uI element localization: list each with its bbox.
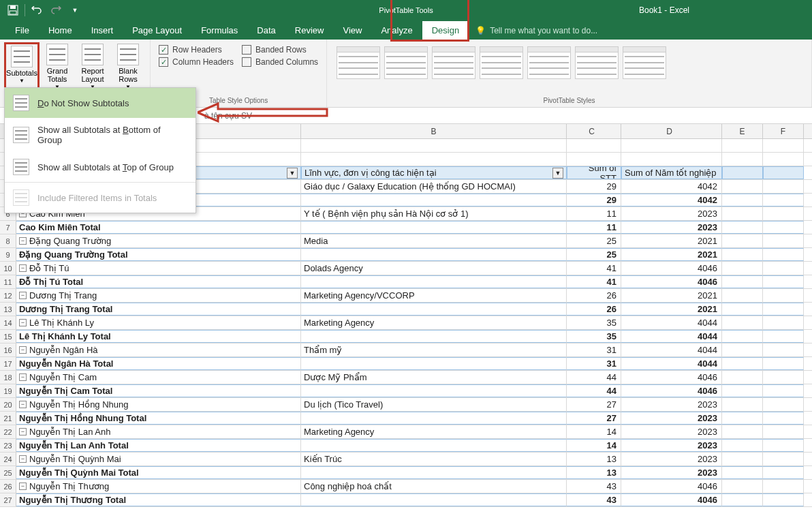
tell-me-search[interactable]: 💡Tell me what you want to do...: [469, 22, 604, 40]
style-thumb[interactable]: [575, 46, 619, 79]
cell-text: Nguyễn Ngân Hà Total: [19, 358, 113, 369]
table-row[interactable]: 17Nguyễn Ngân Hà Total314044: [0, 357, 812, 371]
save-icon[interactable]: [5, 3, 20, 18]
table-row[interactable]: 11Đỗ Thị Tú Total414046: [0, 275, 812, 289]
cell-text: Lê Thị Khánh Ly Total: [19, 331, 111, 341]
col-header-d[interactable]: D: [621, 124, 722, 138]
row-headers-label: Row Headers: [172, 45, 222, 55]
subtotals-label: Subtotals: [6, 69, 37, 77]
subtotal-option-icon: [13, 159, 29, 175]
table-row[interactable]: 16−Nguyễn Ngân HàThẩm mỹ314044: [0, 343, 812, 357]
table-row[interactable]: 15Lê Thị Khánh Ly Total354044: [0, 330, 812, 343]
collapse-icon[interactable]: −: [19, 483, 27, 490]
cell-text: Nguyễn Thị Quỳnh Mai Total: [19, 468, 139, 478]
row-headers-checkbox[interactable]: ✓Row Headers: [159, 45, 234, 55]
collapse-icon[interactable]: −: [19, 373, 27, 381]
collapse-icon[interactable]: −: [19, 237, 27, 245]
tab-insert[interactable]: Insert: [82, 21, 123, 40]
grand-totals-button[interactable]: Grand Totals▼: [40, 42, 75, 93]
cell-text: Đỗ Thị Tú: [29, 263, 69, 273]
style-thumb[interactable]: [480, 46, 523, 79]
svg-marker-3: [198, 104, 327, 121]
title-bar: ▼ PivotTable Tools Book1 - Excel: [0, 0, 812, 20]
table-row[interactable]: 24−Nguyễn Thị Quỳnh MaiKiến Trúc132023: [0, 453, 812, 466]
table-row[interactable]: 14−Lê Thị Khánh LyMarketing Agency354044: [0, 316, 812, 330]
table-row[interactable]: 18−Nguyễn Thị CamDược Mỹ Phẩm444046: [0, 371, 812, 384]
tab-view[interactable]: View: [333, 21, 371, 40]
table-row[interactable]: 13Dương Thị Trang Total262021: [0, 303, 812, 316]
table-row[interactable]: 27Nguyễn Thị Thương Total434046: [0, 493, 812, 507]
customize-qat-icon[interactable]: ▼: [67, 3, 82, 18]
table-row[interactable]: 9Đặng Quang Trường Total252021: [0, 248, 812, 262]
collapse-icon[interactable]: −: [19, 264, 27, 272]
table-row[interactable]: 8−Đặng Quang TrườngMedia252021: [0, 234, 812, 248]
table-row[interactable]: 7Cao Kim Miên Total112023: [0, 221, 812, 234]
collapse-icon[interactable]: −: [19, 319, 27, 326]
grand-totals-icon: [46, 44, 68, 65]
table-row[interactable]: 12−Dương Thị TrangMarketing Agency/VCCOR…: [0, 289, 812, 303]
subtotals-bottom-item[interactable]: Show all Subtotals at Bottom of Group: [5, 118, 196, 152]
do-not-show-subtotals-item[interactable]: Do Not Show Subtotals: [5, 88, 196, 118]
blank-rows-button[interactable]: Blank Rows▼: [110, 42, 146, 93]
redo-icon[interactable]: [48, 3, 63, 18]
table-row[interactable]: 10−Đỗ Thị TúDolads Agency414046: [0, 262, 812, 275]
collapse-icon[interactable]: −: [19, 428, 27, 435]
ribbon-tabs: File Home Insert Page Layout Formulas Da…: [0, 20, 812, 40]
style-thumb[interactable]: [337, 46, 380, 79]
tab-home[interactable]: Home: [39, 21, 82, 40]
document-title: Book1 - Excel: [639, 5, 689, 15]
column-headers-label: Column Headers: [172, 57, 234, 67]
blank-rows-icon: [117, 44, 139, 65]
style-thumb[interactable]: [432, 46, 475, 79]
col-header-f[interactable]: F: [763, 124, 804, 138]
svg-rect-2: [10, 11, 16, 14]
cell-text: Nguyễn Thị Hồng Nhung: [29, 399, 129, 410]
table-row[interactable]: 19Nguyễn Thị Cam Total444046: [0, 384, 812, 398]
style-thumb[interactable]: [623, 46, 666, 79]
dd-item-label: Include Filtered Items in Totals: [37, 193, 157, 203]
banded-rows-checkbox[interactable]: Banded Rows: [242, 45, 318, 55]
blank-rows-label: Blank Rows: [112, 67, 144, 83]
tab-data[interactable]: Data: [247, 21, 285, 40]
tab-review[interactable]: Review: [285, 21, 334, 40]
cell-text: Dương Thị Trang: [29, 290, 97, 301]
styles-gallery[interactable]: [331, 42, 807, 79]
table-row[interactable]: 22−Nguyễn Thị Lan AnhMarketing Agency142…: [0, 425, 812, 439]
col-header-e[interactable]: E: [722, 124, 763, 138]
collapse-icon[interactable]: −: [19, 292, 27, 299]
subtotals-top-item[interactable]: Show all Subtotals at Top of Group: [5, 152, 196, 182]
tab-formulas[interactable]: Formulas: [191, 21, 247, 40]
collapse-icon[interactable]: −: [19, 455, 27, 463]
table-row[interactable]: 21Nguyễn Thị Hồng Nhung Total272023: [0, 412, 812, 425]
collapse-icon[interactable]: −: [19, 346, 27, 354]
subtotal-option-icon: [13, 95, 29, 111]
report-layout-button[interactable]: Report Layout▼: [75, 42, 110, 93]
tab-file[interactable]: File: [5, 21, 39, 40]
col-header-c[interactable]: C: [567, 124, 621, 138]
title-center: PivotTable Tools: [379, 6, 433, 15]
filter-icon[interactable]: ▼: [552, 168, 563, 179]
filter-icon[interactable]: ▼: [287, 168, 298, 179]
col-header-b[interactable]: B: [301, 124, 567, 138]
dd-item-label: Show all Subtotals at Top of Group: [37, 162, 174, 172]
table-row[interactable]: 25Nguyễn Thị Quỳnh Mai Total132023: [0, 466, 812, 480]
cell-text: Lê Thị Khánh Ly: [29, 318, 94, 328]
cell-text: Nguyễn Thị Cam Total: [19, 386, 112, 396]
column-headers-checkbox[interactable]: ✓Column Headers: [159, 57, 234, 67]
banded-columns-checkbox[interactable]: Banded Columns: [242, 57, 318, 67]
style-thumb[interactable]: [527, 46, 571, 79]
table-row[interactable]: 20−Nguyễn Thị Hồng NhungDu lịch (Tico Tr…: [0, 398, 812, 412]
tab-design[interactable]: Design: [422, 21, 469, 40]
cell-text: Dương Thị Trang Total: [19, 304, 112, 314]
pivot-header-d: Sum of Năm tốt nghiệp: [625, 168, 717, 178]
table-row[interactable]: 23Nguyễn Thị Lan Anh Total142023: [0, 439, 812, 453]
table-row[interactable]: 26−Nguyễn Thị ThươngCông nghiệp hoá chất…: [0, 480, 812, 493]
subtotal-option-icon: [13, 127, 29, 143]
style-thumb[interactable]: [384, 46, 428, 79]
collapse-icon[interactable]: −: [19, 401, 27, 408]
tab-analyze[interactable]: Analyze: [371, 21, 422, 40]
cell-text: Nguyễn Thị Quỳnh Mai: [29, 454, 121, 464]
subtotals-button[interactable]: Subtotals▼: [4, 42, 40, 93]
tab-page-layout[interactable]: Page Layout: [123, 21, 191, 40]
undo-icon[interactable]: [29, 3, 44, 18]
